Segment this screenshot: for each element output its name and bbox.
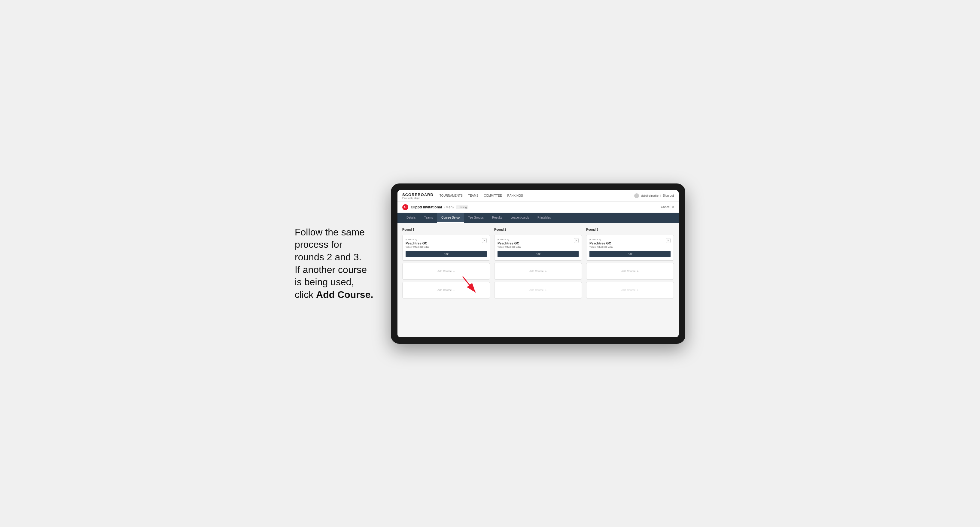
user-email: blair@clippd.io	[641, 194, 659, 197]
scoreboard-logo: SCOREBOARD	[402, 192, 434, 197]
round-3-add-course-2: Add Course +	[586, 282, 674, 298]
round-3-add-course-text-1: Add Course +	[621, 270, 639, 273]
sign-out-link[interactable]: Sign out	[663, 193, 674, 198]
tab-printables[interactable]: Printables	[533, 213, 555, 223]
round-2-course-details: Yellow (M) (6629 yds)	[498, 246, 521, 248]
nav-separator: |	[660, 194, 661, 197]
tournament-type: (Men)	[444, 205, 453, 209]
tab-bar: Details Teams Course Setup Tee Groups Re…	[398, 213, 679, 223]
cancel-label: Cancel	[661, 205, 670, 209]
tablet-frame: SCOREBOARD Powered by clippd TOURNAMENTS…	[391, 184, 685, 344]
round-2-add-course-text-1: Add Course +	[529, 270, 547, 273]
round-1-add-course-text-1: Add Course +	[438, 270, 455, 273]
instruction-line5: is being used,	[295, 276, 354, 287]
nav-committee[interactable]: COMMITTEE	[484, 193, 502, 198]
round-3-add-course-1[interactable]: Add Course +	[586, 263, 674, 279]
instruction-line4: If another course	[295, 264, 367, 275]
round-1-add-course-text-2: Add Course +	[438, 289, 455, 292]
round-3-course-details: Yellow (M) (6629 yds)	[589, 246, 612, 248]
instruction-line2: process for	[295, 239, 342, 250]
round-1-delete-button[interactable]: ✕	[482, 238, 487, 243]
round-1-course-info: (Course A) Peachtree GC Yellow (M) (6629…	[406, 238, 429, 251]
sub-header: C Clippd Invitational (Men) Hosting Canc…	[398, 202, 679, 213]
top-nav: SCOREBOARD Powered by clippd TOURNAMENTS…	[398, 190, 679, 202]
plus-icon-1: +	[453, 270, 455, 273]
tab-course-setup[interactable]: Course Setup	[437, 213, 464, 223]
c-logo: C	[402, 204, 408, 210]
round-3-edit-button[interactable]: Edit	[589, 251, 671, 257]
round-3-delete-button[interactable]: ✕	[666, 238, 671, 243]
round-2-add-course-text-2: Add Course +	[529, 289, 547, 292]
round-2-course-info: (Course A) Peachtree GC Yellow (M) (6629…	[498, 238, 521, 251]
plus-icon-4: +	[545, 289, 547, 292]
nav-teams[interactable]: TEAMS	[468, 193, 478, 198]
round-1-course-details: Yellow (M) (6629 yds)	[406, 246, 429, 248]
round-3-course-card: (Course A) Peachtree GC Yellow (M) (6629…	[586, 235, 674, 260]
plus-icon-3: +	[545, 270, 547, 273]
logo-area: SCOREBOARD Powered by clippd	[402, 192, 434, 199]
cancel-button[interactable]: Cancel ✕	[661, 205, 674, 209]
tab-leaderboards[interactable]: Leaderboards	[506, 213, 533, 223]
logo-subtitle: Powered by clippd	[402, 197, 434, 199]
round-2-course-name: Peachtree GC	[498, 241, 521, 245]
avatar	[634, 194, 639, 198]
nav-rankings[interactable]: RANKINGS	[507, 193, 523, 198]
round-2-course-header: (Course A) Peachtree GC Yellow (M) (6629…	[498, 238, 579, 251]
round-2-edit-button[interactable]: Edit	[498, 251, 579, 257]
round-3-title: Round 3	[586, 228, 674, 231]
tab-tee-groups[interactable]: Tee Groups	[464, 213, 488, 223]
plus-icon-2: +	[453, 289, 455, 292]
round-1-course-header: (Course A) Peachtree GC Yellow (M) (6629…	[406, 238, 487, 251]
nav-links: TOURNAMENTS TEAMS COMMITTEE RANKINGS	[439, 193, 634, 198]
rounds-grid: Round 1 (Course A) Peachtree GC Yellow (…	[402, 228, 674, 298]
tournament-name: Clippd Invitational	[411, 205, 442, 209]
plus-icon-6: +	[637, 289, 639, 292]
round-3-column: Round 3 (Course A) Peachtree GC Yellow (…	[586, 228, 674, 298]
round-1-course-label: (Course A)	[406, 238, 429, 241]
page-wrapper: Follow the same process for rounds 2 and…	[295, 184, 685, 344]
round-2-add-course-2: Add Course +	[494, 282, 582, 298]
tablet-inner: SCOREBOARD Powered by clippd TOURNAMENTS…	[398, 190, 679, 337]
round-2-course-label: (Course A)	[498, 238, 521, 241]
round-1-course-name: Peachtree GC	[406, 241, 429, 245]
instruction-line6-prefix: click	[295, 289, 316, 300]
round-1-title: Round 1	[402, 228, 490, 231]
round-2-add-course-1[interactable]: Add Course +	[494, 263, 582, 279]
round-3-course-label: (Course A)	[589, 238, 612, 241]
hosting-badge: Hosting	[456, 205, 468, 209]
plus-icon-5: +	[637, 270, 639, 273]
round-2-delete-button[interactable]: ✕	[574, 238, 579, 243]
tab-teams[interactable]: Teams	[420, 213, 437, 223]
instruction-line3: rounds 2 and 3.	[295, 252, 361, 262]
instruction-line6-bold: Add Course.	[316, 289, 373, 300]
round-3-course-name: Peachtree GC	[589, 241, 612, 245]
round-1-course-card: (Course A) Peachtree GC Yellow (M) (6629…	[402, 235, 490, 260]
main-content: Round 1 (Course A) Peachtree GC Yellow (…	[398, 223, 679, 337]
nav-right: blair@clippd.io | Sign out	[634, 193, 674, 198]
round-2-column: Round 2 (Course A) Peachtree GC Yellow (…	[494, 228, 582, 298]
close-icon: ✕	[671, 205, 674, 209]
sub-header-left: C Clippd Invitational (Men) Hosting	[402, 204, 468, 210]
round-3-course-header: (Course A) Peachtree GC Yellow (M) (6629…	[589, 238, 671, 251]
round-1-add-course-1[interactable]: Add Course +	[402, 263, 490, 279]
round-1-edit-button[interactable]: Edit	[406, 251, 487, 257]
round-1-add-course-2[interactable]: Add Course +	[402, 282, 490, 298]
tab-results[interactable]: Results	[488, 213, 506, 223]
round-1-column: Round 1 (Course A) Peachtree GC Yellow (…	[402, 228, 490, 298]
nav-tournaments[interactable]: TOURNAMENTS	[439, 193, 463, 198]
round-2-course-card: (Course A) Peachtree GC Yellow (M) (6629…	[494, 235, 582, 260]
round-2-title: Round 2	[494, 228, 582, 231]
instruction-line1: Follow the same	[295, 227, 365, 238]
instruction-text: Follow the same process for rounds 2 and…	[295, 226, 379, 301]
round-3-course-info: (Course A) Peachtree GC Yellow (M) (6629…	[589, 238, 612, 251]
round-3-add-course-text-2: Add Course +	[621, 289, 639, 292]
tab-details[interactable]: Details	[402, 213, 420, 223]
